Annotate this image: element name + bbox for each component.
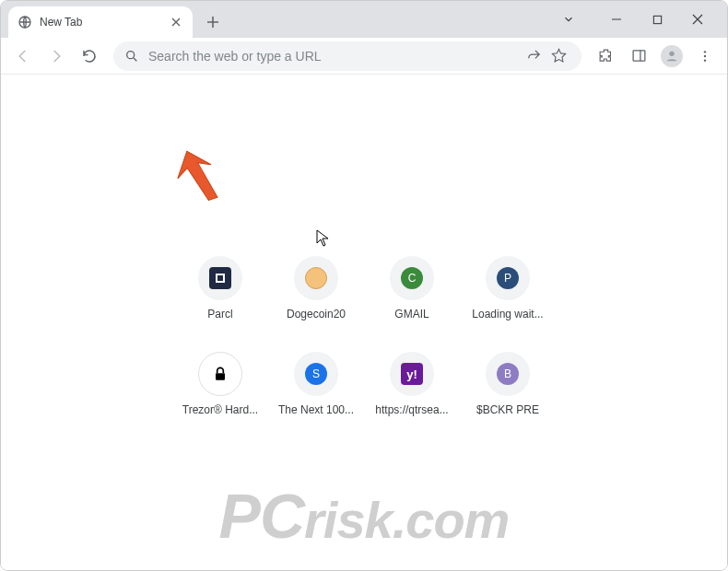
close-tab-icon[interactable] (169, 15, 183, 29)
tab-title: New Tab (40, 16, 169, 29)
share-icon[interactable] (526, 48, 542, 64)
shortcut-favicon: C (390, 256, 434, 300)
shortcut-label: Dogecoin20 (287, 308, 346, 320)
menu-dots-icon[interactable] (690, 41, 720, 71)
shortcut-label: https://qtrsea... (375, 403, 448, 416)
shortcut-favicon (198, 352, 242, 396)
shortcut-label: GMAIL (394, 308, 429, 320)
shortcut-favicon (294, 256, 338, 300)
window-controls (556, 1, 727, 38)
shortcut-tile[interactable]: B$BCKR PRE (460, 336, 556, 432)
shortcut-favicon: y! (390, 352, 434, 396)
shortcut-label: Trezor® Hard... (182, 403, 258, 416)
profile-avatar[interactable] (657, 41, 687, 71)
search-icon (124, 49, 139, 64)
shortcut-favicon (198, 256, 242, 300)
bookmark-star-icon[interactable] (551, 48, 567, 64)
svg-rect-3 (633, 51, 645, 61)
maximize-button[interactable] (644, 6, 670, 32)
shortcut-label: Loading wait... (472, 308, 543, 320)
shortcut-label: $BCKR PRE (476, 403, 539, 416)
back-button[interactable] (8, 41, 38, 71)
shortcut-tile[interactable]: Parcl (172, 240, 268, 336)
close-window-button[interactable] (685, 6, 710, 32)
extensions-icon[interactable] (591, 41, 620, 71)
reload-button[interactable] (75, 41, 104, 71)
svg-rect-1 (653, 16, 661, 23)
globe-icon (18, 15, 32, 29)
forward-button[interactable] (41, 41, 71, 71)
watermark-text: PCrisk.com (219, 480, 510, 552)
omnibox[interactable] (113, 41, 581, 71)
shortcut-favicon: B (486, 352, 530, 396)
svg-point-4 (669, 51, 674, 55)
shortcut-tile[interactable]: y!https://qtrsea... (364, 336, 460, 432)
minimize-button[interactable] (604, 6, 629, 32)
svg-point-7 (704, 59, 706, 61)
shortcut-favicon: S (294, 352, 338, 396)
shortcut-tile[interactable]: CGMAIL (364, 240, 460, 336)
shortcut-tile[interactable]: SThe Next 100... (268, 336, 364, 432)
shortcut-tile[interactable]: Dogecoin20 (268, 240, 364, 336)
watermark-c: C (260, 481, 304, 551)
address-input[interactable] (148, 49, 526, 64)
tabs-dropdown-icon[interactable] (556, 6, 581, 32)
shortcut-label: The Next 100... (278, 403, 354, 416)
arrow-annotation (172, 150, 222, 211)
shortcut-tile[interactable]: Trezor® Hard... (172, 336, 268, 432)
shortcut-tile[interactable]: PLoading wait... (460, 240, 556, 336)
shortcut-label: Parcl (207, 308, 232, 320)
new-tab-button[interactable] (200, 9, 226, 35)
shortcuts-grid: ParclDogecoin20CGMAILPLoading wait...Tre… (172, 240, 556, 432)
shortcut-favicon: P (486, 256, 530, 300)
svg-point-5 (704, 51, 706, 52)
avatar-icon (661, 45, 683, 67)
window-titlebar: New Tab (1, 1, 727, 38)
side-panel-icon[interactable] (624, 41, 653, 71)
browser-tab[interactable]: New Tab (8, 6, 193, 38)
svg-point-2 (127, 51, 135, 58)
svg-point-6 (704, 54, 706, 56)
browser-toolbar (1, 38, 727, 75)
watermark-p: P (219, 481, 260, 551)
new-tab-page: ParclDogecoin20CGMAILPLoading wait...Tre… (1, 75, 727, 570)
svg-rect-8 (216, 373, 225, 380)
watermark-rest: risk.com (304, 491, 509, 549)
